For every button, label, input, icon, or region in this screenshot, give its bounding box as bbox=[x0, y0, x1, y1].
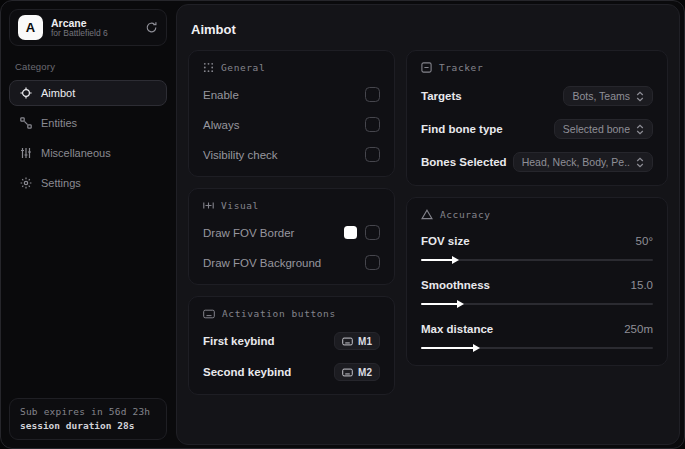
select-value: Selected bone bbox=[563, 123, 630, 135]
slider-fill bbox=[421, 347, 474, 349]
sub-expiry-text: Sub expires in 56d 23h bbox=[20, 406, 156, 417]
app-window: A Arcane for Battlefield 6 Category bbox=[0, 0, 685, 449]
setting-label: Targets bbox=[421, 90, 462, 102]
setting-row-second-keybind: Second keybind M2 bbox=[203, 363, 380, 381]
setting-label: Find bone type bbox=[421, 123, 503, 135]
slider-value: 250m bbox=[624, 323, 653, 335]
refresh-icon[interactable] bbox=[145, 21, 158, 34]
setting-label: Bones Selected bbox=[421, 156, 507, 168]
targets-select[interactable]: Bots, Teams bbox=[563, 86, 653, 106]
section-title: Accuracy bbox=[440, 209, 491, 220]
sidebar-item-entities[interactable]: Entities bbox=[9, 110, 167, 136]
fov-border-color-swatch[interactable] bbox=[344, 226, 357, 239]
slider-group-smoothness: Smoothness 15.0 bbox=[421, 276, 653, 308]
setting-row-draw-fov-background: Draw FOV Background bbox=[203, 254, 380, 271]
keybind-value: M2 bbox=[358, 367, 372, 378]
nodes-icon bbox=[20, 117, 32, 129]
slider-fill bbox=[421, 259, 453, 261]
setting-row-enable: Enable bbox=[203, 86, 380, 103]
setting-row-bones-selected: Bones Selected Head, Neck, Body, Pe.. bbox=[421, 152, 653, 172]
sidebar-item-label: Settings bbox=[41, 177, 81, 189]
select-value: Head, Neck, Body, Pe.. bbox=[522, 156, 630, 168]
setting-label: Always bbox=[203, 119, 239, 131]
keyboard-icon bbox=[203, 309, 215, 319]
slider-fill bbox=[421, 303, 458, 305]
activation-card: Activation buttons First keybind M1 bbox=[188, 296, 395, 395]
slider-thumb[interactable] bbox=[473, 344, 480, 352]
sidebar-item-miscellaneous[interactable]: Miscellaneous bbox=[9, 140, 167, 166]
chevron-updown-icon bbox=[636, 91, 644, 102]
enable-checkbox[interactable] bbox=[365, 87, 380, 102]
keybind-value: M1 bbox=[358, 336, 372, 347]
fov-size-slider[interactable] bbox=[421, 255, 653, 264]
select-value: Bots, Teams bbox=[572, 90, 630, 102]
setting-row-draw-fov-border: Draw FOV Border bbox=[203, 224, 380, 241]
draw-fov-background-checkbox[interactable] bbox=[365, 255, 380, 270]
setting-label: Smoothness bbox=[421, 279, 490, 291]
general-header: General bbox=[203, 62, 380, 73]
setting-row-always: Always bbox=[203, 116, 380, 133]
visual-card: Visual Draw FOV Border Draw FOV Backgrou… bbox=[188, 188, 395, 285]
crosshair-icon bbox=[20, 87, 32, 99]
frame-plus-icon bbox=[203, 200, 214, 211]
sidebar-item-label: Miscellaneous bbox=[41, 147, 111, 159]
always-checkbox[interactable] bbox=[365, 117, 380, 132]
setting-label: Max distance bbox=[421, 323, 493, 335]
dots-grid-icon bbox=[203, 62, 214, 73]
right-column: Tracker Targets Bots, Teams bbox=[406, 50, 668, 366]
chevron-updown-icon bbox=[636, 157, 644, 168]
first-keybind-button[interactable]: M1 bbox=[334, 332, 380, 350]
setting-label: Enable bbox=[203, 89, 239, 101]
slider-group-max-distance: Max distance 250m bbox=[421, 320, 653, 352]
sidebar-item-label: Entities bbox=[41, 117, 77, 129]
logo-text: Arcane for Battlefield 6 bbox=[51, 17, 137, 39]
setting-row-visibility-check: Visibility check bbox=[203, 146, 380, 163]
app-subtitle: for Battlefield 6 bbox=[51, 29, 137, 39]
setting-row-targets: Targets Bots, Teams bbox=[421, 86, 653, 106]
triangle-icon bbox=[421, 209, 433, 220]
draw-fov-border-checkbox[interactable] bbox=[365, 225, 380, 240]
activation-header: Activation buttons bbox=[203, 308, 380, 319]
chevron-updown-icon bbox=[636, 124, 644, 135]
setting-label: Draw FOV Border bbox=[203, 227, 294, 239]
setting-row-first-keybind: First keybind M1 bbox=[203, 332, 380, 350]
sidebar-item-settings[interactable]: Settings bbox=[9, 170, 167, 196]
smoothness-slider[interactable] bbox=[421, 299, 653, 308]
bones-selected-select[interactable]: Head, Neck, Body, Pe.. bbox=[513, 152, 653, 172]
main-panel: Aimbot General bbox=[176, 4, 680, 445]
logo-card: A Arcane for Battlefield 6 bbox=[9, 9, 167, 46]
setting-label: Visibility check bbox=[203, 149, 278, 161]
app-title: Arcane bbox=[51, 17, 137, 29]
page-title: Aimbot bbox=[191, 22, 668, 37]
max-distance-slider[interactable] bbox=[421, 343, 653, 352]
general-card: General Enable Always Visibility check bbox=[188, 50, 395, 177]
section-title: General bbox=[221, 62, 265, 73]
setting-label: Second keybind bbox=[203, 366, 291, 378]
gear-icon bbox=[20, 177, 32, 189]
slider-thumb[interactable] bbox=[452, 256, 459, 264]
sidebar-item-aimbot[interactable]: Aimbot bbox=[9, 80, 167, 106]
tracker-card: Tracker Targets Bots, Teams bbox=[406, 50, 668, 186]
slider-value: 15.0 bbox=[631, 279, 653, 291]
category-label: Category bbox=[15, 61, 161, 72]
slider-group-fov-size: FOV size 50° bbox=[421, 232, 653, 264]
second-keybind-button[interactable]: M2 bbox=[334, 363, 380, 381]
subscription-info: Sub expires in 56d 23h session duration … bbox=[9, 398, 167, 440]
scan-icon bbox=[421, 62, 432, 73]
setting-label: FOV size bbox=[421, 235, 470, 247]
slider-value: 50° bbox=[636, 235, 653, 247]
app-logo: A bbox=[18, 15, 43, 40]
section-title: Activation buttons bbox=[222, 308, 336, 319]
sidebar: A Arcane for Battlefield 6 Category bbox=[1, 1, 175, 448]
visual-header: Visual bbox=[203, 200, 380, 211]
sidebar-item-label: Aimbot bbox=[41, 87, 75, 99]
find-bone-type-select[interactable]: Selected bone bbox=[554, 119, 653, 139]
sidebar-nav: Aimbot Entities bbox=[9, 80, 167, 196]
setting-label: Draw FOV Background bbox=[203, 257, 321, 269]
session-duration-text: session duration 28s bbox=[20, 420, 156, 431]
accuracy-card: Accuracy FOV size 50° bbox=[406, 197, 668, 366]
section-title: Tracker bbox=[439, 62, 483, 73]
visibility-check-checkbox[interactable] bbox=[365, 147, 380, 162]
slider-thumb[interactable] bbox=[457, 300, 464, 308]
section-title: Visual bbox=[221, 200, 259, 211]
